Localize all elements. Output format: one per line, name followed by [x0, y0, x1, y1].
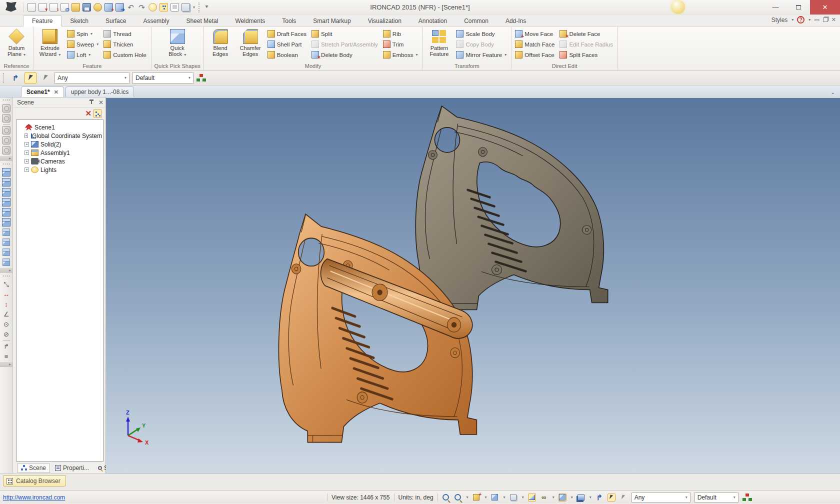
- view-front-icon[interactable]: [2, 228, 10, 236]
- tab-sheet-metal[interactable]: Sheet Metal: [178, 16, 226, 26]
- tab-common[interactable]: Common: [456, 16, 497, 26]
- status-structure-icon[interactable]: [742, 494, 752, 502]
- doc-tab-scene1[interactable]: Scene1*✕: [21, 86, 64, 97]
- wedge-view-icon[interactable]: [528, 494, 536, 502]
- delete-body-button[interactable]: × Delete Body: [310, 50, 380, 60]
- move-face-button[interactable]: + Move Face: [514, 28, 557, 39]
- thread-button[interactable]: Thread: [102, 28, 148, 39]
- minimize-button[interactable]: —: [764, 0, 787, 14]
- zoom-fit-icon[interactable]: [442, 494, 450, 502]
- panel-tab-properties[interactable]: Properti...: [51, 463, 93, 473]
- new-web-catalog-icon[interactable]: @: [60, 3, 69, 12]
- measure-horizontal-icon[interactable]: ↔: [2, 290, 10, 298]
- tab-feature[interactable]: Feature: [23, 16, 62, 26]
- tree-item-cameras[interactable]: + Cameras: [18, 157, 102, 166]
- note-text-icon[interactable]: ≡: [2, 352, 10, 360]
- draft-faces-button[interactable]: Draft Faces: [266, 28, 309, 39]
- copy-settings-icon[interactable]: [182, 3, 190, 12]
- redirect-select-button[interactable]: ↱: [10, 72, 22, 84]
- mirror-feature-button[interactable]: Mirror Feature▾: [454, 50, 509, 60]
- shell-part-button[interactable]: Shell Part: [266, 39, 309, 50]
- tab-smart-markup[interactable]: Smart Markup: [304, 16, 359, 26]
- spectacles-dropdown-icon[interactable]: ▾: [552, 495, 554, 500]
- insert-part-icon[interactable]: +: [104, 3, 113, 12]
- options-icon[interactable]: [170, 3, 179, 12]
- camera-move-dropdown-icon[interactable]: ▾: [522, 495, 524, 500]
- copy-settings-dropdown-icon[interactable]: ▾: [193, 5, 195, 10]
- close-button[interactable]: ✕: [810, 0, 840, 14]
- rail-grip[interactable]: [3, 100, 10, 102]
- copy-body-button[interactable]: Copy Body: [454, 39, 509, 50]
- trim-button[interactable]: Trim: [382, 39, 420, 50]
- measure-length-icon[interactable]: ⤡: [2, 280, 10, 288]
- boolean-button[interactable]: Boolean: [266, 50, 309, 60]
- measure-angle-icon[interactable]: ∠: [2, 310, 10, 318]
- render-icon[interactable]: [94, 3, 102, 12]
- view-back-icon[interactable]: [2, 238, 10, 246]
- orientation-cube-dropdown-icon[interactable]: ▾: [571, 495, 573, 500]
- open-icon[interactable]: [72, 3, 80, 12]
- rib-button[interactable]: Rib: [382, 28, 420, 39]
- doc-tabs-overflow-icon[interactable]: ⌄: [831, 90, 835, 95]
- sweep-button[interactable]: Sweep▾: [66, 39, 101, 50]
- edit-face-radius-button[interactable]: Edit Face Radius: [558, 39, 616, 50]
- doc-tab-upper-body[interactable]: upper body 1...-08.ics: [66, 86, 134, 97]
- catalog-browser-button[interactable]: Catalog Browser: [3, 476, 66, 486]
- styles-dropdown-arrow-icon[interactable]: ▾: [792, 18, 794, 22]
- new-shape-dropdown-icon[interactable]: ▾: [485, 495, 487, 500]
- new-scene-icon[interactable]: [28, 3, 36, 12]
- expander-icon[interactable]: +: [24, 150, 29, 155]
- box-select-button[interactable]: [40, 72, 52, 84]
- new-scene-template-icon[interactable]: ▾: [38, 3, 47, 12]
- rail-expand-icon-2[interactable]: ▸: [0, 268, 12, 273]
- doc-tab-close-icon[interactable]: ✕: [54, 89, 58, 96]
- tree-item-scene1[interactable]: Scene1: [18, 123, 102, 132]
- match-face-button[interactable]: Match Face: [514, 39, 557, 50]
- toolbar-overflow-icon[interactable]: ⯆: [204, 4, 209, 10]
- zoom-window-icon[interactable]: [454, 494, 462, 502]
- scene-browser-icon[interactable]: [160, 3, 168, 12]
- select-tool-button[interactable]: [24, 72, 36, 84]
- boolean-intersect-icon[interactable]: [2, 136, 10, 144]
- styles-dropdown[interactable]: Styles: [772, 16, 788, 24]
- selection-filter-dropdown[interactable]: Any▾: [54, 72, 130, 84]
- view-iso-back-icon[interactable]: [2, 178, 10, 186]
- offset-face-button[interactable]: Offset Face: [514, 50, 557, 60]
- toolbar-grip[interactable]: [3, 73, 6, 83]
- new-shape-icon[interactable]: +: [472, 494, 480, 502]
- boolean-union-icon[interactable]: [2, 114, 10, 122]
- tree-item-assembly1[interactable]: + Assembly1: [18, 148, 102, 157]
- rail-expand-icon-3[interactable]: ▸: [0, 362, 12, 367]
- annotation-leader-icon[interactable]: ↱: [2, 342, 10, 350]
- view-bottom-icon[interactable]: [2, 218, 10, 226]
- tree-item-lights[interactable]: + Lights: [18, 166, 102, 174]
- redirect-cursor-icon[interactable]: ↱: [596, 494, 604, 502]
- panel-close-icon[interactable]: ✕: [98, 99, 104, 106]
- measure-diameter-icon[interactable]: ⊘: [2, 330, 10, 338]
- cursor-icon[interactable]: [620, 494, 628, 502]
- view-side-icon[interactable]: [2, 248, 10, 256]
- expander-icon[interactable]: +: [24, 168, 29, 172]
- app-logo-icon[interactable]: [2, 0, 19, 15]
- quick-block-button[interactable]: Quick Block ▾: [163, 28, 192, 62]
- zoom-dropdown-icon[interactable]: ▾: [466, 495, 468, 500]
- expander-icon[interactable]: +: [24, 142, 29, 146]
- display-cube-dropdown-icon[interactable]: ▾: [504, 495, 506, 500]
- tree-item-global-coordinate-system[interactable]: + Global Coordinate System: [18, 132, 102, 140]
- undo-icon[interactable]: ↶: [126, 3, 135, 12]
- render-mode-icon[interactable]: [577, 494, 585, 502]
- doc-restore-icon[interactable]: [823, 18, 828, 22]
- ironcad-link[interactable]: http://www.ironcad.com: [3, 494, 323, 501]
- view-iso-front-icon[interactable]: [2, 168, 10, 176]
- spectacles-icon[interactable]: ∞: [540, 494, 548, 502]
- new-drawing-icon[interactable]: I: [50, 3, 58, 12]
- stretch-part-assembly-button[interactable]: Stretch Part/Assembly: [310, 39, 380, 50]
- expander-icon[interactable]: +: [24, 134, 28, 138]
- measure-vertical-icon[interactable]: ↕: [2, 300, 10, 308]
- pin-icon[interactable]: [89, 100, 94, 105]
- structure-mode-icon[interactable]: [196, 74, 206, 82]
- emboss-button[interactable]: Emboss▾: [382, 50, 420, 60]
- tree-item-solid[interactable]: + Solid(2): [18, 140, 102, 148]
- doc-close-icon[interactable]: ✕: [832, 16, 836, 23]
- select-cursor-icon[interactable]: [608, 494, 616, 502]
